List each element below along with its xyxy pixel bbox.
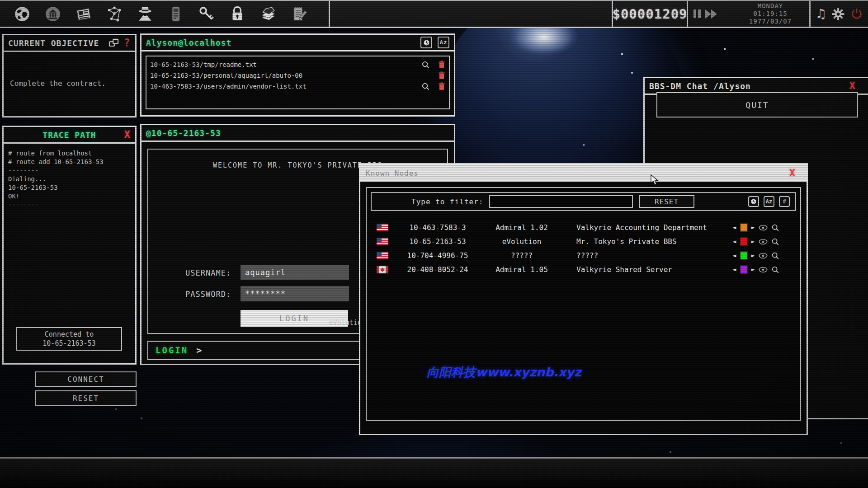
node-color-swatch[interactable] bbox=[740, 237, 748, 246]
sort-number-icon[interactable]: # bbox=[779, 196, 790, 207]
color-prev-icon[interactable]: ◄ bbox=[732, 225, 736, 230]
objective-text: Complete the contract. bbox=[10, 79, 106, 88]
known-nodes-window: Known Nodes X Type to filter: RESET Az # bbox=[359, 163, 808, 435]
username-field[interactable] bbox=[241, 265, 349, 280]
node-row[interactable]: 20-408-8052-24 Admiral 1.05 Valkyrie Sha… bbox=[367, 263, 800, 277]
node-description: ????? bbox=[576, 251, 732, 260]
lock-icon[interactable] bbox=[227, 4, 248, 24]
known-nodes-title: Known Nodes bbox=[366, 169, 419, 178]
node-color-swatch[interactable] bbox=[740, 265, 748, 274]
tracked-file-list: 10-65-2163-53/tmp/readme.txt 10-65-2163-… bbox=[146, 56, 450, 109]
settings-gear-icon[interactable] bbox=[831, 7, 845, 21]
sort-alpha-icon[interactable]: Az bbox=[764, 196, 774, 207]
filter-input[interactable] bbox=[489, 195, 633, 208]
money-value: $00001209 bbox=[612, 6, 687, 22]
prompt-command: LOGIN bbox=[156, 345, 188, 355]
node-row[interactable]: 10-704-4996-75 ????? ????? ◄ ► bbox=[367, 249, 800, 263]
sort-alpha-icon[interactable]: Az bbox=[438, 37, 449, 48]
node-color-swatch[interactable] bbox=[740, 251, 748, 260]
watch-eye-icon[interactable] bbox=[759, 267, 768, 273]
file-panel-title: Alyson@localhost bbox=[146, 38, 231, 47]
money-display: $00001209 bbox=[612, 1, 688, 27]
top-bar: $00001209 MONDAY 01:19:15 1977/03/07 ♫ bbox=[0, 0, 868, 28]
notepad-icon[interactable] bbox=[288, 4, 309, 24]
power-icon[interactable] bbox=[850, 7, 863, 21]
chat-close-icon[interactable]: X bbox=[849, 81, 856, 91]
mouse-cursor bbox=[650, 174, 661, 186]
clock-day: MONDAY bbox=[732, 2, 808, 10]
file-delete-icon[interactable] bbox=[438, 82, 445, 90]
clock-date: 1977/03/07 bbox=[732, 18, 808, 25]
wallet-icon[interactable] bbox=[165, 4, 186, 24]
key-icon[interactable] bbox=[196, 4, 217, 24]
color-prev-icon[interactable]: ◄ bbox=[732, 239, 736, 244]
trace-title: TRACE PATH bbox=[4, 130, 135, 140]
scan-magnifier-icon[interactable] bbox=[771, 252, 779, 260]
scan-magnifier-icon[interactable] bbox=[771, 266, 779, 274]
color-next-icon[interactable]: ► bbox=[751, 225, 755, 230]
terminal-title: @10-65-2163-53 bbox=[146, 128, 221, 138]
file-search-icon[interactable] bbox=[421, 61, 430, 69]
trace-line: -------- bbox=[8, 201, 131, 209]
toolbar bbox=[0, 1, 330, 27]
known-nodes-close-icon[interactable]: X bbox=[789, 168, 796, 178]
bank-icon[interactable] bbox=[42, 4, 63, 24]
watch-eye-icon[interactable] bbox=[759, 239, 768, 245]
file-delete-icon[interactable] bbox=[438, 61, 445, 69]
music-icon[interactable]: ♫ bbox=[815, 6, 826, 21]
node-description: Valkyrie Shared Server bbox=[576, 265, 732, 274]
sort-time-icon[interactable] bbox=[748, 196, 759, 207]
trace-line: -------- bbox=[8, 166, 131, 175]
node-row[interactable]: 10-65-2163-53 eVolution Mr. Tokyo's Priv… bbox=[367, 235, 800, 249]
objective-panel: CURRENT OBJECTIVE ? Complete the contrac… bbox=[2, 34, 137, 117]
watch-eye-icon[interactable] bbox=[759, 225, 768, 231]
trace-reset-button[interactable]: RESET bbox=[35, 390, 137, 406]
known-nodes-titlebar[interactable]: Known Nodes X bbox=[360, 164, 807, 182]
watch-eye-icon[interactable] bbox=[759, 253, 768, 259]
network-map-icon[interactable] bbox=[104, 4, 125, 24]
objective-title: CURRENT OBJECTIVE bbox=[8, 38, 99, 48]
username-label: USERNAME: bbox=[185, 268, 231, 277]
connect-button[interactable]: CONNECT bbox=[35, 371, 137, 387]
password-label: PASSWORD: bbox=[185, 290, 231, 299]
node-color-swatch[interactable] bbox=[740, 223, 748, 232]
color-prev-icon[interactable]: ◄ bbox=[732, 267, 736, 272]
color-next-icon[interactable]: ► bbox=[751, 253, 755, 258]
us-flag-icon bbox=[377, 252, 388, 259]
color-next-icon[interactable]: ► bbox=[751, 267, 755, 272]
file-row[interactable]: 10-65-2163-53/personal/aquagirl/abufo-00 bbox=[150, 70, 445, 81]
color-prev-icon[interactable]: ◄ bbox=[732, 253, 736, 258]
file-path: 10-463-7583-3/users/admin/vendor-list.tx… bbox=[150, 83, 307, 90]
fast-forward-icon[interactable] bbox=[705, 9, 717, 19]
password-field[interactable] bbox=[241, 286, 349, 301]
documents-icon[interactable] bbox=[258, 4, 278, 24]
trace-log: # route from localhost # route add 10-65… bbox=[4, 144, 135, 356]
file-panel-titlebar: Alyson@localhost Az bbox=[142, 35, 454, 52]
pause-icon[interactable] bbox=[693, 9, 701, 18]
world-map-icon[interactable] bbox=[12, 4, 33, 24]
trace-line: # route from localhost bbox=[8, 149, 131, 158]
scan-magnifier-icon[interactable] bbox=[771, 224, 779, 232]
node-client: eVolution bbox=[480, 237, 564, 246]
sort-time-icon[interactable] bbox=[420, 37, 432, 48]
filter-reset-button[interactable]: RESET bbox=[639, 195, 694, 208]
node-row[interactable]: 10-463-7583-3 Admiral 1.02 Valkyrie Acco… bbox=[367, 221, 800, 235]
objective-titlebar: CURRENT OBJECTIVE ? bbox=[4, 35, 135, 52]
help-icon[interactable]: ? bbox=[124, 37, 131, 49]
windows-overlap-icon[interactable] bbox=[108, 38, 119, 47]
file-search-icon[interactable] bbox=[421, 82, 430, 91]
game-screen: $00001209 MONDAY 01:19:15 1977/03/07 ♫ C… bbox=[0, 0, 868, 488]
newspaper-icon[interactable] bbox=[73, 4, 94, 24]
scan-magnifier-icon[interactable] bbox=[771, 238, 779, 246]
connected-status-box: Connected to 10-65-2163-53 bbox=[16, 327, 122, 351]
hacker-spy-icon[interactable] bbox=[135, 4, 156, 24]
file-delete-icon[interactable] bbox=[438, 71, 445, 80]
file-row[interactable]: 10-65-2163-53/tmp/readme.txt bbox=[150, 59, 445, 70]
chat-quit-button[interactable]: QUIT bbox=[656, 92, 858, 117]
file-path: 10-65-2163-53/personal/aquagirl/abufo-00 bbox=[150, 72, 302, 79]
color-next-icon[interactable]: ► bbox=[751, 239, 755, 244]
time-controls bbox=[693, 1, 725, 27]
file-row[interactable]: 10-463-7583-3/users/admin/vendor-list.tx… bbox=[150, 81, 445, 92]
file-tracker-panel: Alyson@localhost Az 10-65-2163-53/tmp/re… bbox=[140, 33, 455, 117]
us-flag-icon bbox=[377, 238, 388, 245]
